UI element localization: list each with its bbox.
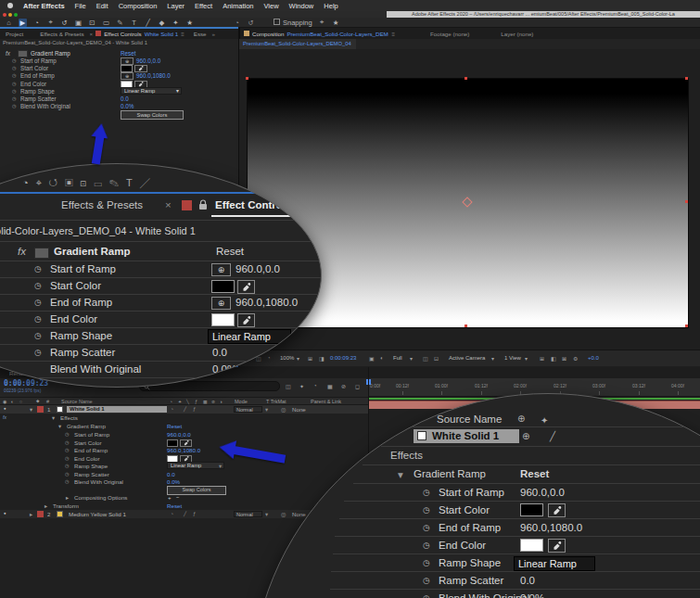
tab-effects-presets[interactable]: Effects & Presets	[40, 31, 83, 37]
quality-icon[interactable]: ╱	[184, 406, 186, 412]
expand-icon[interactable]: ⌖	[318, 18, 326, 27]
pixel-aspect-icon[interactable]: ⊞	[540, 355, 544, 362]
view-layout-select[interactable]: 1 View	[504, 355, 521, 361]
collapse-icon[interactable]: ◔	[171, 406, 173, 412]
property-value[interactable]: 960.0,1080.0	[235, 297, 298, 308]
video-column-icon[interactable]: ◉	[3, 399, 6, 404]
switches-icon[interactable]: ⊕	[522, 431, 529, 441]
add-icon[interactable]: +	[168, 494, 172, 501]
pickwhip-icon[interactable]: ◎	[281, 511, 286, 517]
home-tool-icon[interactable]: ⌂	[5, 19, 13, 27]
fullscreen-icon[interactable]: ★	[332, 19, 340, 27]
stopwatch-icon[interactable]: ◷	[423, 523, 430, 532]
shape-tool-icon[interactable]: ▭	[102, 19, 110, 27]
selection-handle[interactable]	[685, 324, 688, 327]
property-value[interactable]: 960.0,0.0	[520, 487, 565, 498]
property-value[interactable]: 0.0	[167, 471, 175, 477]
stopwatch-icon[interactable]: ◷	[423, 576, 430, 585]
stopwatch-icon[interactable]: ◷	[423, 505, 430, 515]
ramp-shape-dropdown[interactable]: Linear Ramp	[514, 556, 595, 571]
eye-icon[interactable]: ●	[4, 406, 6, 411]
channels-icon[interactable]: ◐	[380, 355, 384, 361]
expander-icon[interactable]: ▾	[58, 423, 61, 429]
zoom-select[interactable]: 100%	[280, 355, 294, 361]
expander-icon[interactable]: ▸	[45, 503, 47, 509]
current-time-display[interactable]: 0:00:09:23	[330, 355, 356, 361]
panel-menu-icon[interactable]: ≡	[181, 31, 185, 37]
chevron-down-icon[interactable]: ▾	[265, 511, 268, 517]
timeline-button-icon[interactable]: ⊠	[562, 355, 566, 362]
stopwatch-icon[interactable]: ◷	[34, 348, 42, 357]
trkmat-column-header[interactable]: T TrkMat	[266, 399, 286, 404]
motion-blur-icon[interactable]: ⊘	[341, 383, 346, 389]
grid-icon[interactable]: ⊞	[308, 355, 312, 362]
expander-icon[interactable]: ▾	[30, 406, 32, 413]
position-button[interactable]: ⊕	[211, 263, 231, 276]
stopwatch-icon[interactable]: ◷	[65, 478, 69, 484]
tl-prop-end-of-ramp[interactable]: ◷ End of Ramp 960.0,1080.0	[0, 446, 368, 454]
property-row-end-color[interactable]: ◷ End Color	[0, 80, 238, 87]
close-tab-icon[interactable]: ×	[165, 199, 172, 210]
selection-handle[interactable]	[465, 324, 467, 327]
chevron-down-icon[interactable]: ▾	[525, 355, 528, 362]
selection-handle[interactable]	[685, 200, 688, 203]
mask-visibility-icon[interactable]: ◔	[267, 355, 271, 361]
stopwatch-icon[interactable]: ◷	[34, 298, 42, 307]
position-button[interactable]: ⊕	[211, 297, 231, 310]
stamp-tool-icon[interactable]: ◆	[158, 19, 166, 27]
stopwatch-icon[interactable]: ◷	[423, 558, 430, 567]
stopwatch-icon[interactable]: ◷	[65, 471, 69, 477]
number-column-header[interactable]: #	[46, 399, 49, 404]
property-value[interactable]: 960.0,1080.0	[520, 522, 582, 533]
panel-menu-icon[interactable]: ≡	[391, 31, 395, 37]
eye-icon[interactable]: ●	[4, 511, 6, 515]
tl-prop-start-of-ramp[interactable]: ◷ Start of Ramp 960.0,0.0	[0, 430, 368, 439]
property-value[interactable]: 960.0,0.0	[235, 263, 280, 274]
audio-column-icon[interactable]: ◐	[11, 399, 14, 404]
tab-composition[interactable]: Composition	[252, 31, 284, 37]
gradient-ramp-row[interactable]: ▾ Gradient Ramp Reset	[0, 422, 368, 430]
frame-blending-icon[interactable]: ▦	[327, 383, 333, 389]
close-window-button[interactable]	[3, 13, 6, 17]
source-name-column-header[interactable]: Source Name	[61, 399, 93, 404]
selection-handle[interactable]	[685, 77, 688, 80]
stopwatch-icon[interactable]: ◷	[423, 488, 430, 497]
property-value[interactable]: 960.0,1080.0	[167, 447, 200, 453]
expander-icon[interactable]: ▾	[398, 468, 403, 481]
end-color-swatch[interactable]	[211, 313, 235, 326]
stopwatch-icon[interactable]: ◷	[34, 331, 42, 340]
chevron-down-icon[interactable]: ▾	[491, 355, 494, 362]
menu-animation[interactable]: Animation	[223, 2, 253, 10]
effects-switch-icon[interactable]: ƒ	[193, 511, 196, 516]
stopwatch-icon[interactable]: ◷	[34, 314, 42, 324]
zoom-window-button[interactable]	[14, 13, 18, 17]
rotate-tool-icon[interactable]: ↺	[60, 19, 69, 27]
pen-tool-icon[interactable]: ✎	[116, 19, 124, 27]
parent-link-column-header[interactable]: Parent & Link	[311, 399, 341, 404]
stopwatch-icon[interactable]: ◷	[423, 593, 430, 598]
selection-handle[interactable]	[465, 77, 467, 80]
property-value[interactable]: 960.0,0.0	[167, 431, 191, 438]
hand-tool-icon[interactable]: ◔	[32, 19, 41, 27]
blend-mode-dropdown[interactable]: Normal	[234, 511, 262, 518]
switches-column-icon[interactable]: ⊕	[517, 414, 525, 424]
quality-icon[interactable]: ╱	[184, 511, 186, 516]
effects-group-row[interactable]: fx ▾ Effects	[0, 414, 368, 422]
layer-name[interactable]: Medium Yellow Solid 1	[69, 511, 126, 517]
current-time-display[interactable]: 0:00:09:23	[4, 379, 48, 388]
reset-link[interactable]: Reset	[216, 246, 244, 257]
flowchart-icon[interactable]: ⚙	[573, 355, 578, 362]
stopwatch-icon[interactable]: ◷	[65, 447, 69, 452]
comp-mini-flowchart-icon[interactable]: ◫	[286, 383, 291, 389]
property-row-start-of-ramp[interactable]: ◷ Start of Ramp ⊕ 960.0,0.0	[0, 57, 238, 64]
type-tool-icon[interactable]: T	[130, 19, 138, 27]
property-row-ramp-shape[interactable]: ◷ Ramp Shape Linear Ramp▾	[0, 87, 238, 95]
property-row-start-color[interactable]: ◷ Start Color	[0, 64, 238, 71]
property-row-blend[interactable]: ◷ Blend With Original 0.0%	[0, 102, 238, 109]
stopwatch-icon[interactable]: ◷	[34, 281, 42, 290]
eyedropper-icon[interactable]	[548, 539, 566, 553]
label-color-chip[interactable]	[37, 406, 44, 413]
selection-handle[interactable]	[246, 77, 248, 80]
stopwatch-icon[interactable]: ◷	[12, 103, 16, 108]
remove-icon[interactable]: −	[176, 494, 180, 501]
